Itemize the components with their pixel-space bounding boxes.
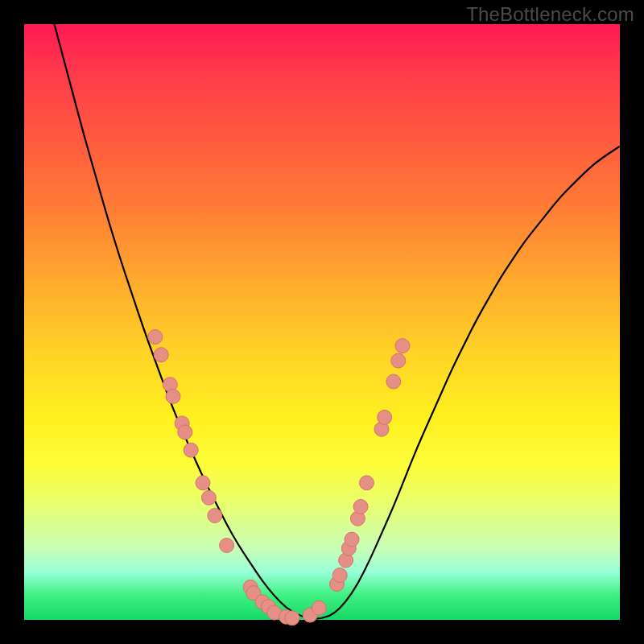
curve-marker [378, 410, 392, 424]
curve-marker [285, 611, 299, 625]
curve-marker [166, 390, 180, 404]
curve-marker [148, 330, 163, 345]
curve-marker [184, 443, 198, 457]
curve-markers [148, 330, 410, 625]
curve-marker [395, 339, 410, 353]
curve-marker [208, 509, 222, 523]
curve-marker [386, 374, 401, 389]
curve-marker [353, 499, 368, 514]
chart-svg [24, 24, 620, 620]
bottleneck-curve [24, 0, 620, 619]
curve-marker [360, 476, 374, 490]
watermark-text: TheBottleneck.com [466, 3, 634, 26]
curve-marker [312, 601, 326, 615]
curve-marker [345, 532, 359, 547]
plot-area [24, 24, 620, 620]
curve-marker [220, 539, 234, 553]
curve-marker [201, 490, 216, 505]
curve-marker [391, 353, 406, 368]
chart-frame: TheBottleneck.com [0, 0, 644, 644]
curve-marker [196, 476, 210, 490]
curve-marker [332, 568, 347, 583]
curve-marker [154, 348, 168, 362]
curve-marker [178, 425, 192, 440]
